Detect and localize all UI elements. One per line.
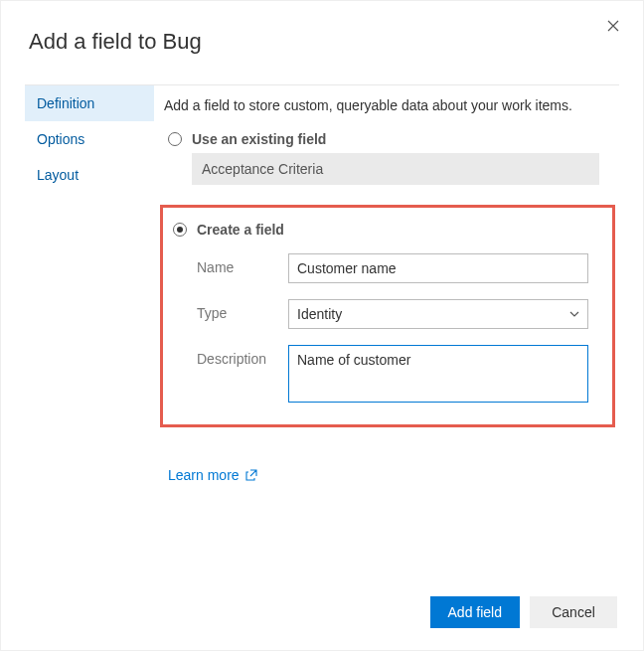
dialog-footer: Add field Cancel: [430, 596, 617, 628]
learn-more-link[interactable]: Learn more: [168, 467, 257, 483]
create-field-section: Create a field Name Type Identity: [160, 205, 615, 427]
sidebar: Definition Options Layout: [25, 85, 154, 193]
close-icon: [607, 18, 619, 35]
existing-field-value: Acceptance Criteria: [202, 161, 323, 177]
radio-icon: [168, 132, 182, 146]
sidebar-item-label: Options: [37, 131, 84, 147]
cancel-button[interactable]: Cancel: [530, 596, 617, 628]
option-label: Create a field: [197, 222, 284, 238]
main-panel: Add a field to store custom, queryable d…: [154, 85, 619, 483]
type-label: Type: [197, 299, 288, 321]
sidebar-item-definition[interactable]: Definition: [25, 85, 154, 121]
type-select[interactable]: Identity: [288, 299, 588, 329]
sidebar-item-label: Layout: [37, 167, 79, 183]
description-label: Description: [197, 345, 288, 367]
intro-text: Add a field to store custom, queryable d…: [164, 97, 613, 113]
sidebar-item-options[interactable]: Options: [25, 121, 154, 157]
external-link-icon: [245, 469, 257, 481]
radio-icon: [173, 223, 187, 237]
option-create-field[interactable]: Create a field: [169, 222, 602, 238]
option-label: Use an existing field: [192, 131, 326, 147]
add-field-button[interactable]: Add field: [430, 596, 520, 628]
dialog-title: Add a field to Bug: [29, 29, 619, 55]
sidebar-item-layout[interactable]: Layout: [25, 157, 154, 193]
option-existing-field[interactable]: Use an existing field: [164, 131, 613, 147]
description-input[interactable]: [288, 345, 588, 403]
learn-more-label: Learn more: [168, 467, 240, 483]
type-value: Identity: [297, 306, 342, 322]
name-label: Name: [197, 253, 288, 275]
name-input[interactable]: [288, 253, 588, 283]
close-button[interactable]: [603, 15, 623, 39]
add-field-dialog: Add a field to Bug Definition Options La…: [0, 0, 644, 651]
sidebar-item-label: Definition: [37, 95, 94, 111]
existing-field-select[interactable]: Acceptance Criteria: [192, 153, 599, 185]
